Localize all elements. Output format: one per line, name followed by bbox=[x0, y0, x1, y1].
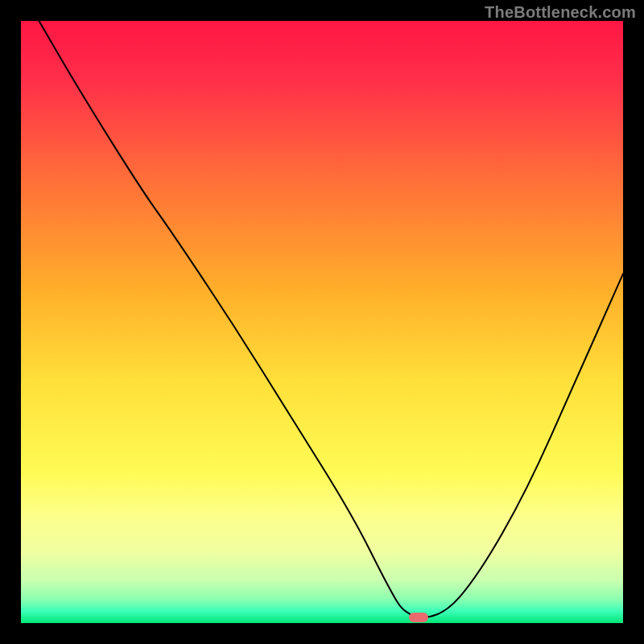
bottleneck-curve bbox=[21, 21, 623, 623]
watermark-label: TheBottleneck.com bbox=[485, 3, 636, 22]
plot-area bbox=[21, 21, 623, 623]
chart-frame: TheBottleneck.com bbox=[0, 0, 644, 644]
optimal-point-marker bbox=[409, 613, 428, 622]
